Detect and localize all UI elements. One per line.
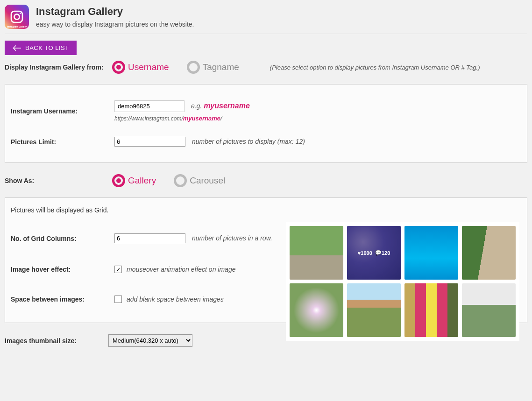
hover-checkbox[interactable]: [114, 266, 122, 273]
app-icon-caption: Instagram Gallery: [7, 25, 27, 28]
app-icon: Instagram Gallery: [5, 5, 29, 29]
radio-gallery-label: Gallery: [128, 176, 156, 186]
radio-circle-icon: [112, 61, 125, 74]
showas-label: Show As:: [5, 177, 112, 184]
spacing-desc: add blank space between images: [127, 295, 224, 303]
grid-intro: Pictures will be displayed as Grid.: [11, 206, 521, 214]
arrow-left-icon: [12, 45, 21, 51]
preview-grid: ♥1000 💬120: [286, 222, 519, 341]
radio-username[interactable]: Username: [112, 61, 169, 74]
radio-tagname-label: Tagname: [203, 62, 239, 72]
svg-point-1: [14, 14, 19, 19]
source-label: Display Instagram Gallery from:: [5, 63, 112, 71]
thumbsize-label: Images thumbnail size:: [5, 337, 108, 345]
radio-gallery[interactable]: Gallery: [112, 174, 156, 187]
username-url-hint: https://www.instagram.com/myusername/: [114, 115, 250, 122]
radio-circle-icon: [112, 174, 125, 187]
hover-desc: mouseover animation effect on image: [127, 266, 235, 273]
grid-panel: Pictures will be displayed as Grid. No. …: [5, 197, 527, 323]
radio-circle-icon: [174, 174, 187, 187]
page-title: Instagram Gallery: [36, 6, 194, 18]
back-to-list-button[interactable]: BACK TO LIST: [5, 41, 77, 55]
spacing-label: Space between images:: [11, 295, 114, 303]
source-hint: (Please select option to display picture…: [270, 64, 480, 71]
thumbsize-select[interactable]: Medium(640,320 x auto): [108, 334, 192, 347]
header-divider: [5, 34, 527, 34]
username-panel: Instagram Username: e.g. myusername http…: [5, 84, 527, 163]
radio-username-label: Username: [128, 62, 169, 72]
radio-carousel-label: Carousel: [190, 176, 225, 186]
columns-label: No. of Grid Columns:: [11, 235, 114, 242]
columns-input[interactable]: [114, 233, 185, 243]
eg-prefix: e.g.: [191, 102, 202, 110]
svg-point-2: [20, 13, 21, 14]
preview-thumb: [404, 283, 458, 337]
preview-thumb: [290, 226, 343, 280]
eg-value: myusername: [204, 102, 250, 110]
preview-thumb: [290, 283, 343, 337]
svg-rect-0: [11, 11, 22, 22]
spacing-checkbox[interactable]: [114, 295, 122, 303]
preview-thumb: [462, 226, 516, 280]
radio-tagname[interactable]: Tagname: [187, 61, 239, 74]
username-input[interactable]: [114, 100, 184, 112]
limit-label: Pictures Limit:: [11, 138, 114, 146]
preview-thumb: [347, 283, 401, 337]
limit-hint: number of pictures to display (max: 12): [192, 138, 305, 145]
hover-label: Image hover effect:: [11, 266, 114, 273]
preview-thumb: [404, 226, 458, 280]
radio-carousel[interactable]: Carousel: [174, 174, 225, 187]
limit-input[interactable]: [114, 137, 185, 147]
preview-thumb: ♥1000 💬120: [347, 226, 401, 280]
columns-hint: number of pictures in a row.: [192, 234, 272, 242]
radio-circle-icon: [187, 61, 200, 74]
comment-icon: 💬: [375, 250, 382, 256]
username-label: Instagram Username:: [11, 107, 114, 115]
back-button-label: BACK TO LIST: [25, 44, 69, 51]
page-subtitle: easy way to display Instagram pictures o…: [36, 21, 194, 28]
preview-thumb: [462, 283, 516, 337]
preview-overlay: ♥1000 💬120: [347, 226, 401, 280]
